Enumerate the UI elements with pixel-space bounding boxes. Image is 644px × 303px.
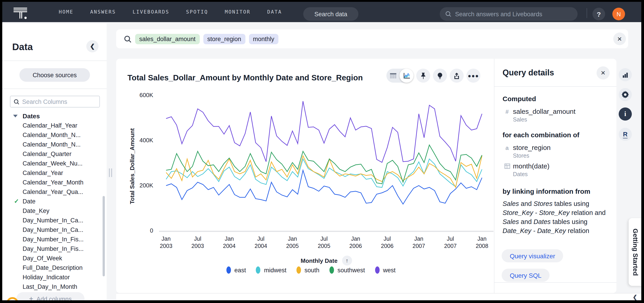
linking-heading: by linking information from bbox=[502, 187, 590, 195]
search-tokens: sales_dollar_amountstore_regionmonthly bbox=[132, 34, 278, 44]
tree-item[interactable]: Calendar_Year bbox=[2, 168, 104, 177]
gear-icon bbox=[622, 91, 629, 98]
legend-dot bbox=[296, 267, 301, 274]
collapse-panel-icon[interactable]: ❮ bbox=[633, 294, 637, 300]
computed-heading: Computed bbox=[502, 95, 536, 102]
nav-item-liveboards[interactable]: LIVEBOARDS bbox=[133, 9, 169, 15]
nav-menu: HOMEANSWERSLIVEBOARDSSPOTIQMONITORDATA bbox=[59, 2, 282, 22]
avatar[interactable]: N bbox=[612, 8, 625, 20]
search-icon bbox=[124, 35, 132, 43]
tree-item[interactable]: Day_Number_In_Fis... bbox=[2, 244, 104, 253]
combination-heading: for each combination of bbox=[502, 131, 579, 139]
tree-item[interactable]: Calendar_Week_Nu... bbox=[2, 159, 104, 168]
search-token[interactable]: sales_dollar_amount bbox=[135, 34, 200, 44]
tree-item[interactable]: Calendar_Month_N... bbox=[2, 140, 104, 149]
tree-item[interactable]: Calendar_Year_Month bbox=[2, 177, 104, 187]
help-button[interactable]: ? bbox=[592, 8, 605, 20]
search-columns-input[interactable]: Search Columns bbox=[10, 96, 100, 107]
lightbulb-icon bbox=[436, 72, 443, 79]
query-sql-button[interactable]: Query SQL bbox=[502, 269, 550, 282]
combination-field: month(date) bbox=[513, 162, 550, 170]
share-button[interactable] bbox=[450, 69, 464, 83]
nav-item-monitor[interactable]: MONITOR bbox=[225, 9, 250, 15]
tree-item[interactable]: Day_Number_In_Ca... bbox=[2, 215, 104, 225]
nav-item-data[interactable]: DATA bbox=[267, 9, 282, 15]
x-tick: Jul2007 bbox=[437, 235, 464, 250]
share-icon bbox=[453, 72, 460, 79]
nav-item-spotiq[interactable]: SPOTIQ bbox=[186, 9, 208, 15]
info-button[interactable]: i bbox=[619, 107, 632, 121]
x-tick: Jan2005 bbox=[279, 235, 306, 250]
tree-group-dates[interactable]: Dates bbox=[2, 111, 104, 121]
close-query-details-icon[interactable]: ✕ bbox=[596, 66, 610, 79]
legend-item-west[interactable]: west bbox=[375, 267, 396, 274]
global-search-placeholder: Search answers and Liveboards bbox=[455, 10, 542, 17]
getting-started-tab[interactable]: Getting Started bbox=[629, 218, 642, 286]
tree-item[interactable]: Calendar_Month_N... bbox=[2, 130, 104, 140]
legend-item-south[interactable]: south bbox=[296, 267, 319, 274]
tree-item[interactable]: Day_Of_Week bbox=[2, 253, 104, 263]
caret-down-icon bbox=[13, 115, 18, 117]
chart-config-button[interactable] bbox=[619, 68, 632, 81]
sort-button[interactable]: ↑ bbox=[342, 256, 352, 266]
chart-view-icon[interactable] bbox=[400, 69, 414, 83]
search-token[interactable]: store_region bbox=[203, 34, 245, 44]
series-west bbox=[166, 101, 482, 162]
tree-item[interactable]: ✓Date bbox=[2, 196, 104, 206]
nav-item-home[interactable]: HOME bbox=[59, 9, 74, 15]
more-options-button[interactable]: ●●● bbox=[466, 69, 480, 83]
sidebar-collapse-button[interactable]: ❮ bbox=[86, 40, 98, 52]
query-visualizer-button[interactable]: Query visualizer bbox=[502, 249, 563, 262]
attribute-icon: a bbox=[504, 144, 511, 151]
search-token[interactable]: monthly bbox=[249, 34, 278, 44]
info-icon: i bbox=[624, 110, 626, 118]
x-tick: Jul2005 bbox=[310, 235, 338, 250]
global-search-input[interactable]: Search answers and Liveboards bbox=[440, 7, 578, 21]
choose-sources-button[interactable]: Choose sources bbox=[20, 68, 90, 82]
table-chart-toggle[interactable] bbox=[386, 69, 414, 83]
query-details-panel: Query details ✕ Computed # sales_dollar_… bbox=[494, 59, 616, 283]
pin-button[interactable] bbox=[416, 69, 430, 83]
tree-item[interactable]: Last_Day_In_Month bbox=[2, 282, 104, 291]
search-bar[interactable]: sales_dollar_amountstore_regionmonthly ✕ bbox=[116, 29, 628, 48]
legend-dot bbox=[375, 267, 380, 274]
tree-item[interactable]: Full_Date_Description bbox=[2, 263, 104, 272]
thoughtspot-logo-icon[interactable] bbox=[14, 5, 32, 20]
sidebar-resize-handle[interactable] bbox=[109, 168, 114, 177]
x-axis-title-row: Monthly Date ↑ bbox=[159, 256, 494, 266]
chart-legend: eastmidwestsouthsouthwestwest bbox=[144, 267, 478, 274]
r-logo-icon: R bbox=[623, 130, 628, 138]
table-view-icon[interactable] bbox=[386, 72, 400, 79]
legend-item-southwest[interactable]: southwest bbox=[330, 267, 365, 274]
tree-item[interactable]: Day_Number_In_Fis... bbox=[2, 234, 104, 244]
combination-field: store_region bbox=[513, 144, 551, 151]
answer-title: Total Sales_Dollar_Amount by Monthly Dat… bbox=[128, 73, 363, 83]
legend-dot bbox=[330, 267, 334, 274]
tree-item[interactable]: Date_Key bbox=[2, 206, 104, 215]
y-axis-ticks: 0200K400K600K bbox=[135, 59, 153, 293]
check-icon: ✓ bbox=[14, 198, 19, 205]
legend-item-east[interactable]: east bbox=[226, 267, 246, 274]
tree-item[interactable]: Day_Number_In_Ca... bbox=[2, 225, 104, 234]
spotiq-button[interactable] bbox=[433, 69, 447, 83]
sidebar-scrollbar[interactable] bbox=[102, 196, 105, 276]
tree-item[interactable]: Calendar_Quarter bbox=[2, 149, 104, 159]
tree-item[interactable]: Holiday_Indicator bbox=[2, 272, 104, 282]
search-icon bbox=[14, 99, 20, 104]
legend-item-midwest[interactable]: midwest bbox=[256, 267, 286, 274]
close-search-icon[interactable]: ✕ bbox=[613, 32, 626, 45]
tree-item[interactable]: Calendar_Year_Qua... bbox=[2, 187, 104, 196]
x-tick: Jan2003 bbox=[152, 235, 180, 250]
settings-button[interactable] bbox=[619, 88, 632, 101]
nav-item-answers[interactable]: ANSWERS bbox=[90, 9, 116, 15]
x-tick: Jan2006 bbox=[342, 235, 369, 250]
search-data-button[interactable]: Search data bbox=[303, 7, 358, 21]
nav-divider bbox=[586, 8, 587, 18]
line-chart[interactable] bbox=[159, 93, 494, 237]
x-tick: Jan2008 bbox=[468, 235, 496, 250]
tree-item[interactable]: Calendar_Half_Year bbox=[2, 121, 104, 130]
x-axis-title: Monthly Date bbox=[300, 257, 337, 264]
combination-source: Dates bbox=[513, 171, 528, 177]
x-tick: Jul2006 bbox=[374, 235, 401, 250]
r-analysis-button[interactable]: R bbox=[619, 128, 632, 141]
